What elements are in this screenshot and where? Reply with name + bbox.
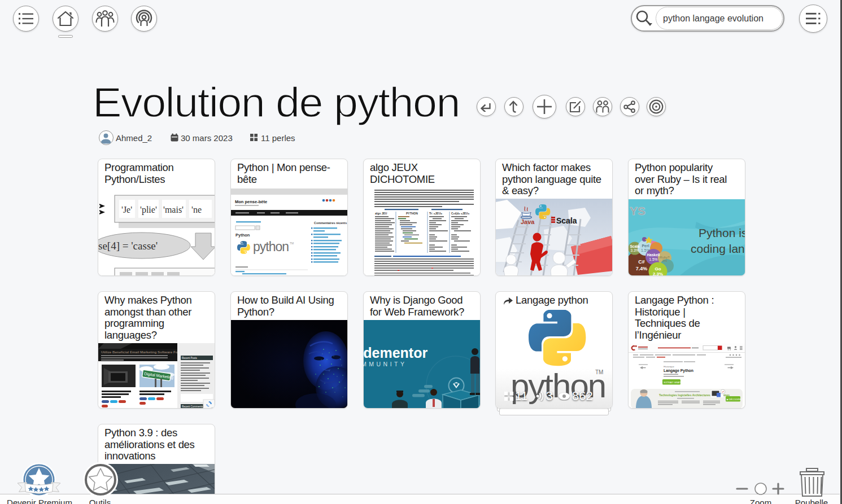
svg-text:algo JEU: algo JEU	[375, 212, 387, 215]
svg-text:Perl: Perl	[642, 244, 649, 248]
svg-text:PYTHON: PYTHON	[406, 212, 418, 215]
svg-text:odementor: odementor	[364, 345, 427, 361]
svg-text:se[4] = 'casse': se[4] = 'casse'	[98, 240, 158, 252]
svg-text:Java: Java	[521, 218, 535, 225]
svg-text:C#: C#	[638, 259, 645, 265]
svg-text:1.5%: 1.5%	[649, 257, 658, 261]
svg-text:3%: 3%	[662, 259, 668, 262]
svg-text:Scala: Scala	[630, 244, 640, 248]
svg-text:EXTRAIT GRATUIT: EXTRAIT GRATUIT	[664, 381, 684, 384]
svg-text:'plie': 'plie'	[140, 205, 157, 215]
svg-text:Recent Comments: Recent Comments	[182, 405, 203, 408]
svg-text:python: python	[253, 239, 289, 254]
svg-text:Python: Python	[235, 233, 250, 238]
svg-text:Recent Posts: Recent Posts	[182, 357, 198, 360]
svg-text:7.4%: 7.4%	[636, 266, 648, 271]
svg-text:'Je': 'Je'	[121, 205, 132, 214]
svg-text:Scala: Scala	[556, 216, 577, 225]
svg-text:Tr: «JEU»: Tr: «JEU»	[429, 212, 442, 215]
svg-text:1.5%: 1.5%	[641, 248, 650, 252]
svg-text:▶ DÉCOUVREZ: ▶ DÉCOUVREZ	[727, 398, 743, 401]
svg-text:Historique: Historique	[664, 365, 675, 368]
svg-text:2.3%: 2.3%	[653, 271, 663, 276]
svg-text:YS: YS	[630, 204, 645, 217]
svg-text:TM: TM	[290, 242, 294, 245]
svg-text:3.3%: 3.3%	[631, 248, 639, 252]
svg-text:coding lan: coding lan	[691, 242, 745, 255]
svg-text:'mais': 'mais'	[163, 205, 184, 214]
svg-text:Python is: Python is	[699, 226, 745, 239]
svg-text:Mon pense-bête: Mon pense-bête	[235, 199, 267, 204]
svg-text:MMUNITY: MMUNITY	[364, 361, 407, 367]
svg-text:Haskell: Haskell	[647, 253, 660, 257]
svg-text:'ne: 'ne	[191, 205, 202, 214]
svg-text:Commentaires récents: Commentaires récents	[314, 221, 347, 225]
svg-text:Langage Python: Langage Python	[664, 369, 693, 373]
svg-text:C«t(d» «JEU»: C«t(d» «JEU»	[451, 212, 469, 215]
svg-text:TM: TM	[595, 369, 603, 375]
svg-text:Go: Go	[655, 266, 661, 271]
